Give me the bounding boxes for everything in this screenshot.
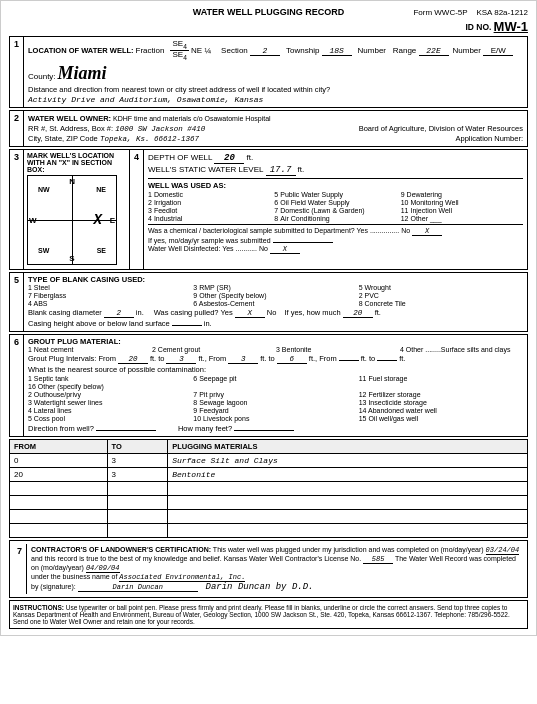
how-many-label: How many feet?: [178, 424, 232, 433]
from-label-1: From: [98, 354, 116, 363]
table-row: [10, 509, 528, 523]
compass-n-label: N: [69, 177, 75, 186]
src-3: 3 Watertight sewer lines: [28, 399, 192, 406]
signature-label: by (signature):: [31, 583, 76, 590]
material-4: [168, 495, 528, 509]
how-much-value: 20: [343, 309, 373, 318]
to-value-1: 3: [166, 355, 196, 364]
casing-1: 1 Steel: [28, 284, 192, 291]
from-value-2: 3: [228, 355, 258, 364]
disinfected-no: No X: [259, 245, 300, 254]
casing-4: 4 ABS: [28, 300, 192, 307]
table-row: 0 3 Surface Silt and Clays: [10, 453, 528, 467]
to-label-2: to: [269, 354, 275, 363]
quarter: NE ¼: [191, 46, 211, 55]
from-label-2: From: [209, 354, 227, 363]
address-value: 1000 SW Jackson #410: [115, 125, 205, 133]
cert-text-1: This water well was plugged under my jur…: [213, 546, 484, 553]
cert-text-4: under the business name of: [31, 573, 117, 580]
section-4-num: 4: [130, 150, 144, 269]
chemical-no: No X: [401, 227, 442, 236]
casing-9: 9 Other (Specify below): [193, 292, 357, 299]
src-10: 10 Livestock pons: [193, 415, 357, 422]
src-2: 2 Outhouse/privy: [28, 391, 192, 398]
id-value: MW-1: [494, 19, 528, 34]
table-row: [10, 495, 528, 509]
table-row: 20 3 Bentonite: [10, 467, 528, 481]
from-empty-1: [10, 481, 108, 495]
src-6: 6 Seepage pit: [193, 375, 357, 382]
id-label: ID NO.: [465, 22, 491, 32]
ft-6: ft.: [399, 354, 405, 363]
signature-value: Darin Duncan by D.D.: [206, 582, 314, 592]
ft-1: ft.: [150, 354, 156, 363]
use-4: 4Industrial: [148, 215, 270, 222]
to-empty-4: [107, 523, 168, 537]
ft-3: ft.: [260, 354, 266, 363]
pulled-no: No: [267, 308, 277, 317]
city-value-2: Topeka, Ks. 66612-1367: [100, 135, 199, 143]
range-value: 22E: [419, 46, 449, 56]
date-value: 03/24/04: [486, 546, 520, 555]
how-much-unit: ft.: [375, 308, 381, 317]
fraction: SE4 SE4: [170, 40, 188, 62]
table-row: [10, 523, 528, 537]
col-to: TO: [107, 439, 168, 453]
instructions-title: INSTRUCTIONS:: [13, 604, 64, 611]
to-label-3: to: [369, 354, 375, 363]
src-4: 4 Lateral lines: [28, 407, 192, 414]
distance-label: Distance and direction from nearest town…: [28, 85, 330, 94]
app-label: Application Number:: [455, 134, 523, 143]
compass-sw-label: SW: [38, 247, 49, 254]
to-empty-3: [107, 509, 168, 523]
ft-5: ft.: [361, 354, 367, 363]
uses-list: 1Domestic 5Public Water Supply 9Dewateri…: [148, 191, 523, 222]
disinfected-label: Water Well Disinfected: Yes: [148, 245, 234, 252]
plugging-tbody: 0 3 Surface Silt and Clays 20 3 Bentonit…: [10, 453, 528, 537]
section-7-title: CONTRACTOR'S OF LANDOWNER'S CERTIFICATIO…: [31, 546, 211, 553]
use-8: 8Air Conditioning: [274, 215, 396, 222]
form-title: WATER WELL PLUGGING RECORD: [139, 7, 399, 17]
business-name: Associated Environmental, Inc.: [119, 573, 245, 582]
casing-2: 2 PVC: [359, 292, 523, 299]
pulled-label: Was casing pulled?: [154, 308, 219, 317]
src-1: 1 Septic tank: [28, 375, 192, 382]
diameter-value: 2: [104, 309, 134, 318]
license-value: 585: [363, 555, 393, 564]
src-9: 9 Feedyard: [193, 407, 357, 414]
range-ew: E/W: [483, 46, 513, 56]
grout-2: 2 Cement grout: [152, 346, 275, 353]
grout-materials: 1 Neat cement 2 Cement grout 3 Bentonite…: [28, 346, 523, 353]
section-6-title: GROUT PLUG MATERIAL:: [28, 337, 523, 346]
from-20: 20: [10, 467, 108, 481]
use-12: 12Other ___: [401, 215, 523, 222]
section-5-title: TYPE OF BLANK CASING USED:: [28, 275, 523, 284]
use-10: 10Monitoring Well: [401, 199, 523, 206]
distance-value: Activity Drive and Auditorium, Osawatomi…: [28, 95, 263, 104]
material-5: [168, 509, 528, 523]
sources-grid: 1 Septic tank 6 Seepage pit 11 Fuel stor…: [28, 375, 523, 422]
section-7: 7 CONTRACTOR'S OF LANDOWNER'S CERTIFICAT…: [9, 540, 528, 598]
col-material: PLUGGING MATERIALS: [168, 439, 528, 453]
section-4: 4 DEPTH OF WELL 20 ft. WELL'S STATIC WAT…: [130, 150, 527, 269]
section-6-num: 6: [10, 335, 24, 436]
chemical-yes: ...............: [370, 227, 399, 234]
compass-box: N S E W NW NE SW SE X: [27, 175, 117, 265]
from-value-3: [339, 360, 359, 361]
sample-date-label: If yes, mo/day/yr sample was submitted: [148, 237, 271, 244]
section-3-title: MARK WELL'S LOCATION WITH AN "X" IN SECT…: [27, 152, 126, 173]
height-value: [172, 325, 202, 326]
from-empty-2: [10, 495, 108, 509]
use-5: 5Public Water Supply: [274, 191, 396, 198]
board-label: Board of Agriculture, Division of Water …: [359, 124, 523, 133]
ksa-label: KSA 82a-1212: [476, 8, 528, 17]
section-5-num: 5: [10, 273, 24, 331]
owner-sub: KDHF time and materials c/o Osawatomie H…: [113, 115, 271, 122]
section-2-num: 2: [10, 111, 24, 146]
use-1: 1Domestic: [148, 191, 270, 198]
to-value-3: [377, 360, 397, 361]
casing-8: 8 Concrete Tile: [359, 300, 523, 307]
casing-grid: 1 Steel 3 RMP (SR) 5 Wrought 7 Fiberglas…: [28, 284, 523, 307]
to-3: 3: [107, 453, 168, 467]
grout-4: 4 Other ........Surface silts and clays: [400, 346, 523, 353]
